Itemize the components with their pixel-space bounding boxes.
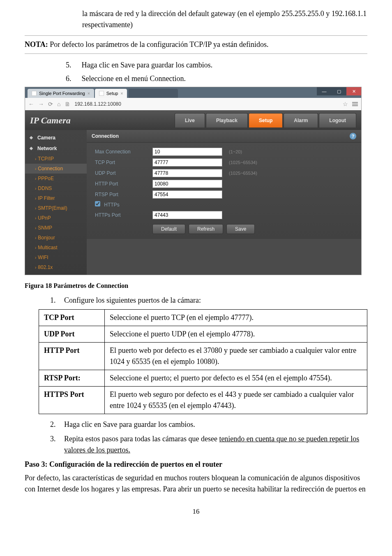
- page-number: 16: [25, 506, 367, 517]
- menu-icon[interactable]: [352, 101, 358, 107]
- sidebar-item-ddns[interactable]: ›DDNS: [25, 183, 87, 193]
- browser-tab-1[interactable]: Single Port Forwarding ×: [28, 89, 94, 98]
- bookmark-icon[interactable]: ☆: [343, 100, 348, 109]
- cell-rtsp-label: RTSP Port:: [39, 370, 105, 387]
- hint-udpport: (1025~65534): [226, 170, 284, 177]
- disc-icon: [30, 147, 33, 150]
- input-tcpport[interactable]: [152, 158, 222, 167]
- sidebar-item-pppoe[interactable]: ›PPPoE: [25, 174, 87, 183]
- back-icon[interactable]: ←: [28, 100, 34, 109]
- list-cfg-text: Configure los siguientes puertos de la c…: [64, 295, 367, 306]
- list-post-2: 2. Haga clic en Save para guardar los ca…: [50, 419, 367, 430]
- cell-https-desc: El puerto web seguro por defecto es el 4…: [105, 387, 367, 414]
- sidebar-item-tcpip[interactable]: ›TCP/IP: [25, 154, 87, 164]
- sidebar-item-ipfilter[interactable]: ›IP Filter: [25, 193, 87, 203]
- sidebar-item-bonjour[interactable]: ›Bonjour: [25, 233, 87, 243]
- list-num-5: 5.: [66, 60, 80, 71]
- input-httpsport[interactable]: [152, 211, 222, 219]
- cell-udp-desc: Seleccione el puerto UDP (en el ejemplo …: [105, 326, 367, 343]
- sidebar-label-upnp: UPnP: [38, 215, 51, 221]
- sidebar-item-smtp[interactable]: ›SMTP(Email): [25, 203, 87, 213]
- help-icon[interactable]: ?: [350, 133, 356, 139]
- reload-icon[interactable]: ⟳: [48, 100, 53, 109]
- sidebar-label-ipfilter: IP Filter: [38, 195, 55, 201]
- input-udpport[interactable]: [152, 169, 222, 177]
- sidebar-item-8021x[interactable]: ›802.1x: [25, 262, 87, 272]
- main-pane: Connection ? Max Connection (1~20) TCP P…: [87, 130, 361, 275]
- chevron-right-icon: ›: [35, 186, 36, 191]
- cell-http-desc: El puerto web por defecto es el 37080 y …: [105, 343, 367, 370]
- browser-address-row: ← → ⟳ ⌂ 🗎 192.168.1.122:10080 ☆: [25, 98, 361, 110]
- tab-title-2: Setup: [106, 90, 118, 97]
- sidebar-label-multicast: Multicast: [38, 245, 57, 250]
- cell-udp-label: UDP Port: [39, 326, 105, 343]
- ipc-header: IP Camera Live Playback Setup Alarm Logo…: [25, 110, 361, 130]
- section-head-connection: Connection ?: [87, 130, 361, 143]
- screenshot-connection: Single Port Forwarding × Setup × — ▢ ✕ ←…: [25, 87, 362, 275]
- nota-label: NOTA:: [25, 40, 48, 49]
- nav-alarm[interactable]: Alarm: [284, 113, 318, 127]
- hint-tcpport: (1025~65534): [226, 159, 284, 166]
- sidebar-label-8021x: 802.1x: [38, 264, 53, 270]
- window-buttons: — ▢ ✕: [317, 87, 361, 95]
- port-table: TCP Port Seleccione el puerto TCP (en el…: [39, 309, 367, 414]
- sidebar-label-connection: Connection: [38, 166, 63, 171]
- nav-logout[interactable]: Logout: [319, 113, 356, 127]
- nav-live[interactable]: Live: [175, 113, 205, 127]
- chevron-right-icon: ›: [35, 246, 36, 250]
- forward-icon[interactable]: →: [38, 100, 44, 109]
- ipc-title: IP Camera: [30, 114, 71, 127]
- refresh-button[interactable]: Refresh: [189, 224, 223, 234]
- sidebar-item-connection[interactable]: ›Connection: [25, 164, 87, 174]
- sidebar-camera[interactable]: Camera: [25, 132, 87, 143]
- sidebar-network[interactable]: Network: [25, 143, 87, 154]
- home-icon[interactable]: ⌂: [57, 100, 60, 109]
- checkbox-https[interactable]: [95, 201, 100, 206]
- list-post-3: 3. Repita estos pasos para todas las cám…: [50, 433, 367, 456]
- browser-tabs-row: Single Port Forwarding × Setup × — ▢ ✕: [25, 87, 361, 98]
- cell-tcp-label: TCP Port: [39, 310, 105, 326]
- https-enable-row[interactable]: HTTPs: [95, 201, 284, 208]
- chevron-right-icon: ›: [35, 206, 36, 211]
- address-text[interactable]: 192.168.1.122:10080: [74, 100, 339, 108]
- sidebar-item-multicast[interactable]: ›Multicast: [25, 243, 87, 253]
- nav-playback[interactable]: Playback: [206, 113, 248, 127]
- close-window-button[interactable]: ✕: [346, 87, 361, 95]
- maximize-button[interactable]: ▢: [332, 87, 346, 95]
- chevron-right-icon: ›: [35, 226, 36, 230]
- save-button[interactable]: Save: [226, 224, 255, 234]
- tab-title-1: Single Port Forwarding: [39, 90, 85, 97]
- sidebar-label-smtp: SMTP(Email): [38, 205, 67, 211]
- label-httpsport: HTTPs Port: [95, 211, 152, 219]
- chevron-right-icon: ›: [35, 157, 36, 161]
- tab-close-2[interactable]: ×: [120, 90, 123, 97]
- hint-maxconn: (1~20): [226, 148, 284, 155]
- browser-tab-2[interactable]: Setup ×: [95, 89, 127, 98]
- sidebar-label-snmp: SNMP: [38, 225, 52, 231]
- nav-setup[interactable]: Setup: [249, 113, 283, 127]
- checkbox-https-label: HTTPs: [104, 202, 119, 208]
- cell-http-label: HTTP Port: [39, 343, 105, 370]
- list-cfg-1: 1. Configure los siguientes puertos de l…: [50, 295, 367, 306]
- sidebar-item-upnp[interactable]: ›UPnP: [25, 213, 87, 223]
- chevron-right-icon: ›: [35, 265, 36, 270]
- table-row-http: HTTP Port El puerto web por defecto es e…: [39, 343, 367, 370]
- sidebar-item-wifi[interactable]: ›WIFI: [25, 253, 87, 262]
- tab-close-1[interactable]: ×: [88, 90, 90, 97]
- sidebar: Camera Network ›TCP/IP ›Connection ›PPPo…: [25, 130, 87, 275]
- step3-heading: Paso 3: Configuración de la redirección …: [25, 459, 367, 470]
- list-cfg-num: 1.: [50, 295, 64, 306]
- default-button[interactable]: Default: [152, 224, 185, 234]
- chevron-right-icon: ›: [35, 236, 36, 240]
- chevron-right-icon: ›: [35, 176, 36, 181]
- sidebar-item-snmp[interactable]: ›SNMP: [25, 223, 87, 233]
- nota-line: NOTA: Por defecto los parámetros de la c…: [25, 39, 367, 50]
- input-rtspport[interactable]: [152, 190, 222, 199]
- list-post-text-2: Haga clic en Save para guardar los cambi…: [64, 419, 367, 430]
- minimize-button[interactable]: —: [317, 87, 332, 95]
- ipc-title-rest: Camera: [39, 115, 71, 125]
- input-maxconn[interactable]: [152, 148, 222, 156]
- browser-tab-blank[interactable]: [129, 89, 178, 98]
- input-httpport[interactable]: [152, 180, 222, 188]
- list-post-num-2: 2.: [50, 419, 64, 430]
